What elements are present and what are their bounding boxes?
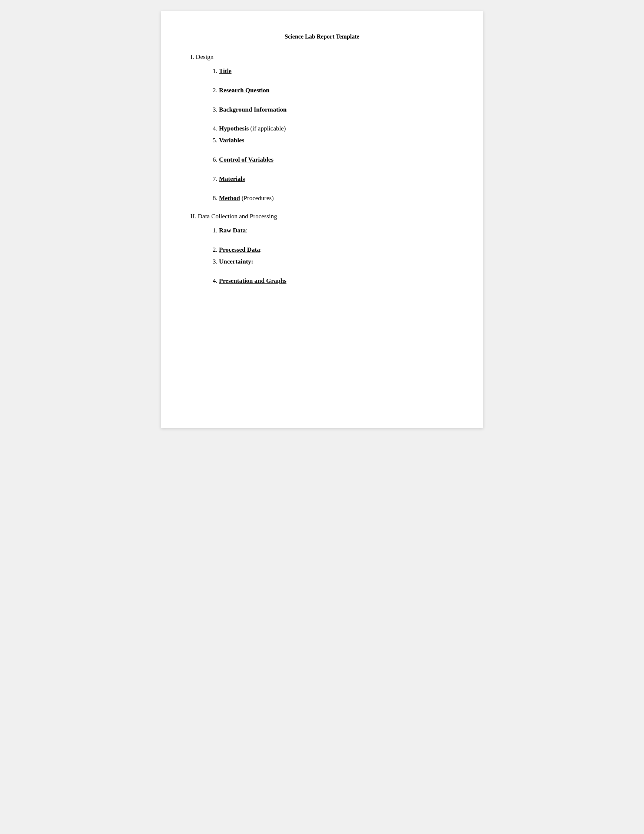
list-item: 1. Raw Data: — [213, 226, 454, 235]
list-item: 5. Variables — [213, 136, 454, 145]
item-label: Variables — [219, 137, 244, 144]
list-item: 1. Title — [213, 67, 454, 76]
item-label: Background Information — [219, 106, 286, 113]
item-number: 1. — [213, 227, 219, 234]
item-number: 6. — [213, 156, 219, 163]
item-number: 5. — [213, 137, 219, 144]
item-number: 3. — [213, 106, 219, 113]
section-ii: II. Data Collection and Processing 1. Ra… — [190, 213, 454, 285]
item-suffix: (Procedures) — [240, 195, 274, 202]
item-suffix: (if applicable) — [249, 125, 286, 132]
item-number: 7. — [213, 175, 219, 183]
item-label: Presentation and Graphs — [219, 277, 286, 284]
section-ii-items: 1. Raw Data: 2. Processed Data: 3. Uncer… — [213, 226, 454, 285]
item-suffix: : — [260, 246, 262, 253]
item-number: 4. — [213, 125, 219, 132]
item-number: 3. — [213, 258, 219, 265]
item-label: Research Question — [219, 87, 270, 94]
list-item: 2. Processed Data: — [213, 246, 454, 254]
item-suffix: : — [246, 227, 247, 234]
item-label: Materials — [219, 175, 245, 183]
item-label: Control of Variables — [219, 156, 273, 163]
section-ii-heading: II. Data Collection and Processing — [190, 213, 454, 220]
item-number: 2. — [213, 246, 219, 253]
page-title: Science Lab Report Template — [190, 33, 454, 40]
section-i-items: 1. Title 2. Research Question 3. Backgro… — [213, 67, 454, 202]
item-label: Hypothesis — [219, 125, 249, 132]
item-label: Uncertainty: — [219, 258, 253, 265]
section-i-heading: I. Design — [190, 53, 454, 61]
list-item: 3. Uncertainty: — [213, 257, 454, 266]
item-number: 4. — [213, 277, 219, 284]
item-number: 8. — [213, 195, 219, 202]
list-item: 4. Hypothesis (if applicable) — [213, 124, 454, 133]
item-label: Raw Data — [219, 227, 246, 234]
list-item: 6. Control of Variables — [213, 155, 454, 164]
item-number: 1. — [213, 68, 219, 74]
document-page: Science Lab Report Template I. Design 1.… — [161, 11, 483, 428]
item-number: 2. — [213, 87, 219, 94]
item-label: Title — [219, 68, 232, 74]
list-item: 3. Background Information — [213, 105, 454, 114]
section-i: I. Design 1. Title 2. Research Question … — [190, 53, 454, 202]
list-item: 8. Method (Procedures) — [213, 194, 454, 203]
list-item: 4. Presentation and Graphs — [213, 276, 454, 285]
list-item: 2. Research Question — [213, 86, 454, 95]
list-item: 7. Materials — [213, 175, 454, 183]
item-label: Processed Data — [219, 246, 260, 253]
item-label: Method — [219, 195, 240, 202]
